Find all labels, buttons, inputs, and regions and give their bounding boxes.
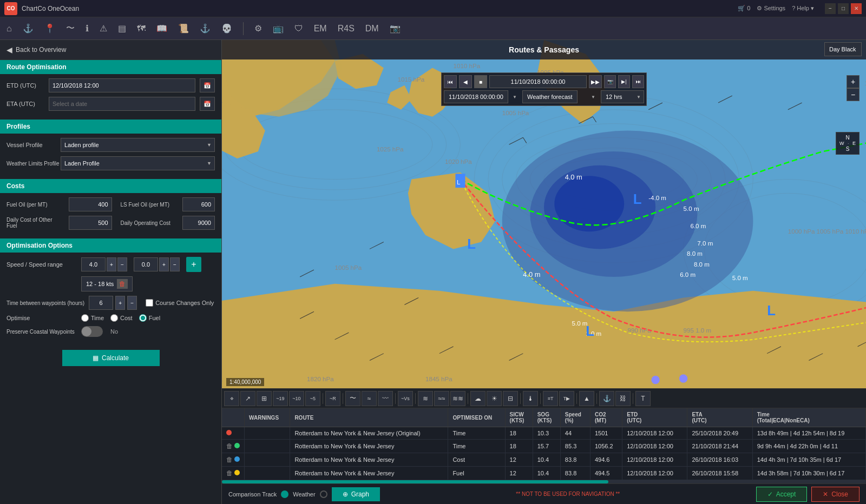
optimise-fuel-radio[interactable]: [139, 314, 147, 322]
speed-input-1[interactable]: [81, 257, 106, 271]
weather-limits-select[interactable]: Laden Profile: [61, 156, 215, 170]
close-button[interactable]: ✕: [851, 3, 862, 14]
delete-row-3[interactable]: 🗑: [226, 456, 233, 463]
playback-stop[interactable]: ■: [474, 75, 487, 88]
speed-tag-delete[interactable]: 🗑: [117, 279, 128, 289]
calculate-button[interactable]: ▦ Calculate: [62, 350, 160, 366]
anchor2-icon[interactable]: ⚓: [198, 21, 213, 36]
table-scrollbar[interactable]: [222, 480, 866, 483]
tool-pointer[interactable]: ↗: [240, 391, 255, 406]
speed-decrement-2[interactable]: −: [170, 257, 180, 271]
delete-row-2[interactable]: 🗑: [226, 442, 233, 450]
speed-increment-2[interactable]: +: [159, 257, 169, 271]
tool-zoom-area[interactable]: ⊞: [257, 391, 272, 406]
tool-swell3[interactable]: ≋≋: [450, 391, 465, 406]
eta-input[interactable]: [49, 97, 195, 111]
optimise-time-radio[interactable]: [81, 314, 89, 322]
tool-flag[interactable]: ▲: [579, 391, 594, 406]
tool-last[interactable]: T: [635, 391, 651, 406]
zoom-in-button[interactable]: +: [847, 75, 860, 88]
map-icon[interactable]: 🗺: [135, 22, 148, 36]
playback-end[interactable]: ⏭: [632, 75, 644, 88]
tool-zoom19[interactable]: ~19: [273, 391, 288, 406]
tool-wave2[interactable]: ≈: [362, 391, 377, 406]
graph-button[interactable]: ⊕ Graph: [332, 487, 380, 501]
anchor-icon[interactable]: ⚓: [21, 21, 36, 36]
home-icon[interactable]: ⌂: [4, 22, 14, 36]
weather-type-select[interactable]: Weather forecast: [522, 90, 578, 103]
course-changes-checkbox[interactable]: [146, 299, 153, 307]
tool-link[interactable]: ⛓: [615, 391, 631, 406]
tool-wave1[interactable]: 〜: [345, 391, 360, 406]
playback-rewind-start[interactable]: ⏮: [444, 75, 457, 88]
preserve-toggle[interactable]: [81, 326, 103, 337]
etd-calendar-icon[interactable]: 📅: [200, 78, 215, 92]
back-to-overview-button[interactable]: ◀ Back to Overview: [0, 40, 221, 60]
close-panel-button[interactable]: ✕ Close: [811, 487, 860, 502]
piracy-icon[interactable]: 💀: [219, 21, 234, 36]
optimise-cost-label[interactable]: Cost: [110, 314, 133, 322]
daily-operating-input[interactable]: [182, 216, 215, 230]
info-icon[interactable]: ℹ: [83, 21, 91, 36]
route-icon[interactable]: 〜: [64, 21, 77, 36]
tool-zoom5[interactable]: ~5: [305, 391, 320, 406]
delete-row-4[interactable]: 🗑: [226, 469, 233, 477]
warning-icon[interactable]: ⚠: [97, 21, 109, 36]
fuel-oil-input[interactable]: [69, 197, 112, 211]
time-between-input[interactable]: [89, 296, 113, 310]
playback-frameforward[interactable]: ▶|: [618, 75, 630, 88]
zoom-out-button[interactable]: −: [847, 88, 860, 101]
speed-increment-1[interactable]: +: [107, 257, 116, 271]
playback-rewind[interactable]: ◀: [459, 75, 472, 88]
tool-zoom10[interactable]: ~10: [289, 391, 304, 406]
monitor-icon[interactable]: 📺: [271, 21, 286, 36]
course-changes-label[interactable]: Course Changes Only: [146, 299, 214, 307]
day-mode-select[interactable]: Day Black Day White Night: [824, 42, 862, 56]
daily-cost-input[interactable]: [69, 216, 112, 230]
map-container[interactable]: Routes & Passages Day Black Day White Ni…: [222, 40, 866, 388]
dm-icon[interactable]: DM: [363, 22, 381, 36]
ls-fuel-oil-input[interactable]: [182, 197, 215, 211]
shield-icon[interactable]: 🛡: [292, 22, 305, 36]
waypoint-icon[interactable]: 📍: [42, 21, 57, 36]
book-icon[interactable]: 📖: [154, 21, 169, 36]
chart-icon[interactable]: ▤: [116, 21, 128, 36]
tool-ice[interactable]: T▶: [559, 391, 574, 406]
tool-layers[interactable]: ⊟: [503, 391, 518, 406]
tool1-icon[interactable]: ⚙: [252, 21, 264, 36]
speed-input-2[interactable]: [134, 257, 158, 271]
weather-date-select[interactable]: 11/10/2018 00:00:00: [444, 90, 508, 103]
optimise-cost-radio[interactable]: [110, 314, 118, 322]
eta-calendar-icon[interactable]: 📅: [200, 97, 215, 111]
comparison-track-radio[interactable]: [281, 490, 288, 498]
tool-sun[interactable]: ☀: [487, 391, 502, 406]
optimise-time-label[interactable]: Time: [81, 314, 104, 322]
settings-link[interactable]: ⚙ Settings: [757, 5, 785, 12]
tool-vs[interactable]: ~Vs: [398, 391, 413, 406]
tool-swell2[interactable]: ≈≈: [434, 391, 449, 406]
time-increment[interactable]: +: [115, 296, 125, 310]
tool-anchor3[interactable]: ⚓: [599, 391, 614, 406]
add-speed-button[interactable]: +: [186, 257, 201, 272]
tool-measure[interactable]: ⌖: [224, 391, 239, 406]
speed-decrement-1[interactable]: −: [117, 257, 127, 271]
help-link[interactable]: ? Help ▾: [792, 5, 814, 12]
weather-radio[interactable]: [320, 490, 327, 498]
tool-swell[interactable]: ≋: [418, 391, 433, 406]
r4s-icon[interactable]: R4S: [336, 22, 357, 36]
accept-button[interactable]: ✓ Accept: [756, 487, 808, 502]
tool-r[interactable]: ~R: [325, 391, 340, 406]
vessel-profile-select[interactable]: Laden profile: [61, 138, 215, 152]
tool-temp[interactable]: 🌡: [523, 391, 538, 406]
camera-icon[interactable]: 📷: [388, 21, 403, 36]
tool-cloud[interactable]: ☁: [470, 391, 486, 406]
etd-input[interactable]: [49, 78, 195, 92]
tool-depth[interactable]: ≡T: [543, 391, 558, 406]
em-icon[interactable]: EM: [312, 22, 329, 36]
playback-screenshot[interactable]: 📷: [604, 75, 616, 88]
scroll-icon[interactable]: 📜: [176, 21, 191, 36]
time-decrement[interactable]: −: [127, 296, 137, 310]
tool-wave3[interactable]: 〰: [378, 391, 393, 406]
optimise-fuel-label[interactable]: Fuel: [139, 314, 160, 322]
restore-button[interactable]: □: [838, 3, 849, 14]
